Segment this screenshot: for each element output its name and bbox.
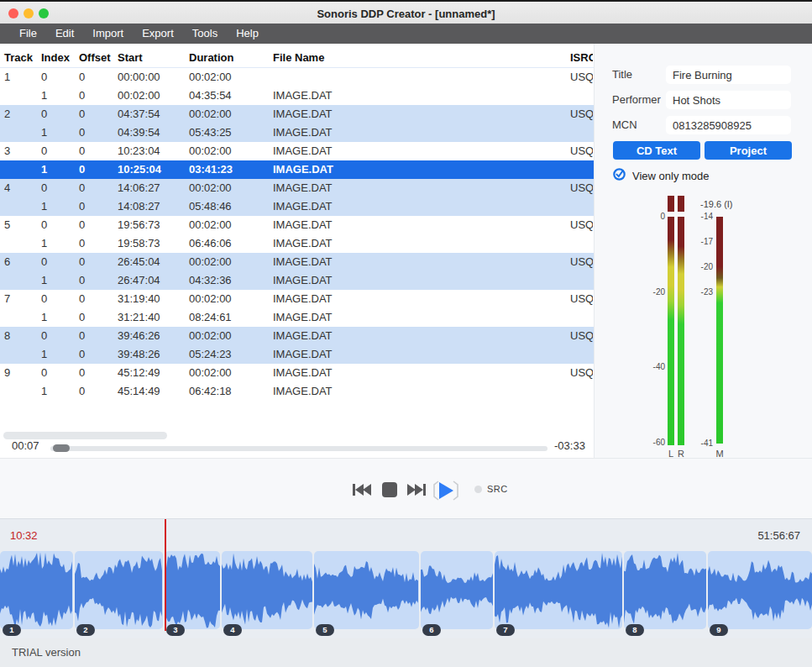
performer-field[interactable] (666, 91, 791, 109)
next-track-icon (406, 481, 427, 498)
seek-slider-thumb[interactable] (53, 444, 70, 452)
seek-slider-track[interactable] (50, 446, 547, 451)
stop-icon (380, 481, 399, 499)
cell-index: 1 (41, 345, 76, 364)
cell-start: 45:12:49 (118, 364, 186, 382)
column-header-offset[interactable]: Offset (79, 46, 114, 68)
waveform-track-4[interactable] (222, 551, 312, 629)
waveform-track-9[interactable] (708, 551, 812, 629)
cell-start: 14:08:27 (118, 197, 186, 216)
cell-offset: 0 (79, 253, 114, 271)
m-scale-14: -14 (684, 212, 713, 222)
column-header-isrc[interactable]: ISRC (570, 46, 593, 68)
cell-offset: 0 (79, 364, 114, 382)
table-row[interactable]: 80039:46:2600:02:00IMAGE.DATUSQ (0, 327, 594, 345)
cell-start: 31:19:40 (118, 290, 186, 308)
lr-scale-0: 0 (637, 212, 665, 222)
table-header-row: TrackIndexOffsetStartDurationFile NameIS… (0, 46, 594, 68)
track-marker-badge-4: 4 (223, 624, 242, 636)
disc-info-panel: Title Performer MCN CD Text Project View… (594, 44, 812, 458)
table-row[interactable]: 1014:08:2705:48:46IMAGE.DAT (0, 197, 594, 216)
table-row[interactable]: 1045:14:4906:42:18IMAGE.DAT (0, 382, 594, 401)
cell-isrc (570, 345, 593, 364)
column-header-track[interactable]: Track (4, 46, 38, 68)
table-row[interactable]: 1031:21:4008:24:61IMAGE.DAT (0, 308, 594, 327)
cell-start: 10:23:04 (118, 142, 186, 160)
waveform-track-1[interactable] (0, 551, 73, 629)
cell-track (4, 197, 38, 216)
track-marker-badge-9: 9 (710, 624, 728, 636)
cell-offset: 0 (79, 87, 114, 105)
previous-track-button[interactable] (352, 480, 372, 502)
menu-item-import[interactable]: Import (83, 24, 133, 44)
src-toggle[interactable]: SRC (474, 484, 508, 494)
table-row[interactable]: 60026:45:0400:02:00IMAGE.DATUSQ (0, 253, 594, 271)
waveform-track-7[interactable] (495, 551, 622, 629)
menu-item-file[interactable]: File (10, 24, 46, 44)
lr-scale-40: -40 (637, 362, 665, 372)
table-row[interactable]: 1039:48:2605:24:23IMAGE.DAT (0, 345, 594, 364)
cell-duration: 03:41:23 (189, 160, 270, 179)
view-only-mode-checkbox[interactable]: View only mode (613, 169, 710, 182)
table-row[interactable]: 20004:37:5400:02:00IMAGE.DATUSQ (0, 105, 594, 123)
table-row[interactable]: 50019:56:7300:02:00IMAGE.DATUSQ (0, 216, 594, 234)
mcn-field[interactable] (666, 116, 791, 134)
column-header-index[interactable]: Index (41, 46, 76, 68)
cell-isrc: USQ (570, 216, 593, 234)
table-row[interactable]: 30010:23:0400:02:00IMAGE.DATUSQ (0, 142, 594, 160)
cell-file: IMAGE.DAT (273, 271, 441, 290)
table-row-selected[interactable]: 1010:25:0403:41:23IMAGE.DAT (0, 160, 594, 179)
cell-isrc (570, 382, 593, 401)
cell-isrc (570, 234, 593, 253)
track-marker-badge-3: 3 (166, 624, 185, 636)
title-field-label: Title (612, 66, 632, 84)
table-row[interactable]: 1000:02:0004:35:54IMAGE.DAT (0, 87, 594, 105)
table-row[interactable]: 40014:06:2700:02:00IMAGE.DATUSQ (0, 179, 594, 197)
status-text: TRIAL version (12, 638, 81, 667)
cell-start: 19:58:73 (118, 234, 186, 253)
play-button[interactable] (432, 480, 460, 502)
cell-offset: 0 (79, 68, 114, 87)
mcn-field-label: MCN (612, 116, 637, 134)
menu-item-edit[interactable]: Edit (46, 24, 83, 44)
src-label: SRC (487, 484, 508, 494)
waveform-track-5[interactable] (314, 551, 419, 629)
cell-isrc (570, 308, 593, 327)
cell-start: 14:06:27 (118, 179, 186, 197)
menu-item-tools[interactable]: Tools (183, 24, 227, 44)
next-track-button[interactable] (406, 480, 427, 502)
elapsed-time: 00:07 (12, 437, 52, 455)
menu-item-export[interactable]: Export (133, 24, 183, 44)
stop-button[interactable] (380, 480, 400, 502)
table-row[interactable]: 1026:47:0404:32:36IMAGE.DAT (0, 271, 594, 290)
cell-isrc (570, 123, 593, 142)
column-header-duration[interactable]: Duration (189, 46, 270, 68)
waveform-track-6[interactable] (421, 551, 493, 629)
table-row[interactable]: 90045:12:4900:02:00IMAGE.DATUSQ (0, 364, 594, 382)
cell-isrc (570, 271, 593, 290)
cd-text-button[interactable]: CD Text (613, 141, 700, 160)
column-header-start[interactable]: Start (118, 46, 186, 68)
cell-offset: 0 (79, 105, 114, 123)
title-field[interactable] (666, 66, 791, 84)
project-button[interactable]: Project (705, 141, 792, 160)
cell-track: 1 (4, 68, 38, 87)
cell-track: 3 (4, 142, 38, 160)
cell-start: 39:46:26 (118, 327, 186, 345)
table-row[interactable]: 70031:19:4000:02:00IMAGE.DATUSQ (0, 290, 594, 308)
waveform-track-3[interactable] (165, 551, 220, 629)
table-row[interactable]: 1004:39:5405:43:25IMAGE.DAT (0, 123, 594, 142)
cell-index: 0 (41, 327, 76, 345)
waveform-track-8[interactable] (624, 551, 706, 629)
cell-duration: 04:32:36 (189, 271, 270, 290)
left-clip-indicator (668, 196, 674, 212)
cell-track: 4 (4, 179, 38, 197)
cell-isrc (570, 197, 593, 216)
waveform-track-2[interactable] (75, 551, 163, 629)
cell-isrc: USQ (570, 253, 593, 271)
table-row[interactable]: 1019:58:7306:46:06IMAGE.DAT (0, 234, 594, 253)
menu-item-help[interactable]: Help (227, 24, 268, 44)
column-header-file-name[interactable]: File Name (273, 46, 441, 68)
table-row[interactable]: 10000:00:0000:02:00USQ (0, 68, 594, 87)
loudness-readout: -19.6 (I) (700, 199, 733, 209)
